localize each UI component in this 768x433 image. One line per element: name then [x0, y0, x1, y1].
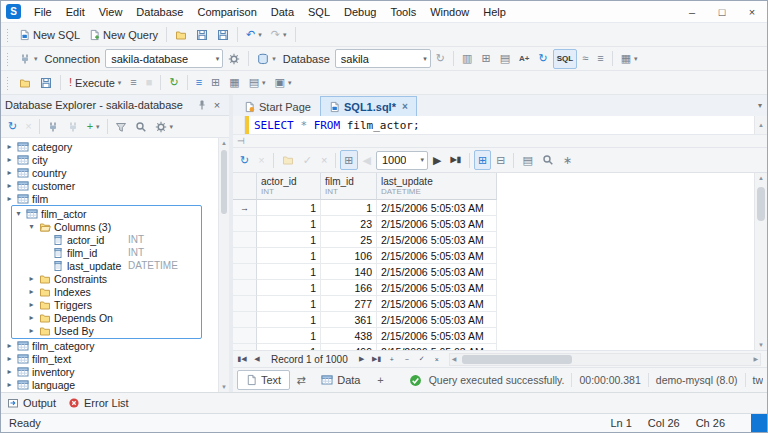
- row-header[interactable]: [233, 248, 257, 264]
- row-header[interactable]: [233, 280, 257, 296]
- grid-hscrollbar[interactable]: ◀▶: [449, 353, 761, 366]
- scroll-up-icon[interactable]: ▲: [758, 173, 764, 183]
- tab-start-page[interactable]: Start Page: [235, 96, 320, 116]
- refresh-databases-button[interactable]: ↻: [432, 49, 449, 69]
- collapse-results-icon[interactable]: ⊣: [237, 136, 245, 146]
- refresh-button[interactable]: ↻: [534, 49, 551, 69]
- menu-help[interactable]: Help: [476, 1, 513, 23]
- grid-cell[interactable]: 2/15/2006 5:05:03 AM: [377, 296, 497, 312]
- find-data-button[interactable]: [538, 150, 558, 170]
- grid-cell[interactable]: 2/15/2006 5:05:03 AM: [377, 280, 497, 296]
- menu-file[interactable]: File: [27, 1, 59, 23]
- tree-item-indexes[interactable]: ▸Indexes: [12, 285, 201, 298]
- grid-cell[interactable]: 438: [321, 328, 377, 344]
- scrollbar-thumb[interactable]: [757, 187, 765, 221]
- grid-cell[interactable]: 2/15/2006 5:05:03 AM: [377, 200, 497, 216]
- connection-combo[interactable]: sakila-database▾: [105, 49, 223, 68]
- menu-comparison[interactable]: Comparison: [190, 1, 263, 23]
- new-query-button[interactable]: New Query: [85, 25, 162, 45]
- close-button[interactable]: ×: [737, 1, 767, 22]
- expand-arrow[interactable]: ▾: [14, 209, 23, 218]
- row-header[interactable]: [233, 216, 257, 232]
- scroll-down-icon[interactable]: ▼: [221, 382, 227, 392]
- grid-cell[interactable]: 1: [257, 200, 321, 216]
- scroll-up-icon[interactable]: ▲: [221, 138, 227, 148]
- current-row-indicator[interactable]: →: [233, 200, 257, 216]
- grid-cell[interactable]: 2/15/2006 5:05:03 AM: [377, 216, 497, 232]
- new-database-button[interactable]: ▾: [253, 49, 280, 69]
- tree-item-film-actor[interactable]: ▾film_actor: [12, 207, 201, 220]
- grid-cell[interactable]: 1: [257, 248, 321, 264]
- tab-sql1[interactable]: SQL1.sql*×: [320, 96, 417, 116]
- expand-arrow[interactable]: ▸: [5, 181, 14, 190]
- tree-item-film-text[interactable]: ▸film_text: [1, 352, 218, 365]
- menu-window[interactable]: Window: [423, 1, 476, 23]
- grid-cell[interactable]: 166: [321, 280, 377, 296]
- column-header-film-id[interactable]: film_idINT: [321, 173, 377, 200]
- editor-scrollbar[interactable]: ▲: [754, 116, 767, 134]
- tree-item-film-id[interactable]: film_idINT: [12, 246, 201, 259]
- new-sql-button[interactable]: New SQL: [15, 25, 84, 45]
- tree-item-depends-on[interactable]: ▸Depends On: [12, 311, 201, 324]
- expand-arrow[interactable]: ▸: [5, 367, 14, 376]
- swap-views-button[interactable]: ⇄: [292, 374, 310, 387]
- reconnect-button[interactable]: ↻: [165, 73, 182, 93]
- grid-cell[interactable]: 361: [321, 312, 377, 328]
- menu-data[interactable]: Data: [264, 1, 301, 23]
- grid-view-button[interactable]: ⊞: [474, 150, 491, 170]
- sql-view-toggle[interactable]: SQL: [553, 49, 577, 69]
- open-script-button[interactable]: [15, 73, 35, 93]
- column-chooser-button[interactable]: ▤: [518, 150, 536, 170]
- word-wrap-button[interactable]: ≈: [578, 49, 592, 69]
- expand-arrow[interactable]: ▾: [27, 222, 36, 231]
- next-page-button[interactable]: ▶: [429, 150, 445, 170]
- menu-debug[interactable]: Debug: [337, 1, 383, 23]
- expand-arrow[interactable]: ▸: [27, 287, 36, 296]
- execute-options-button[interactable]: ≡: [126, 73, 140, 93]
- grid-cell[interactable]: 25: [321, 232, 377, 248]
- minimize-button[interactable]: –: [677, 1, 707, 22]
- tree-item-triggers[interactable]: ▸Triggers: [12, 298, 201, 311]
- first-record-button[interactable]: ▮◀: [235, 352, 249, 366]
- expand-arrow[interactable]: ▸: [27, 300, 36, 309]
- grid-cell[interactable]: 2/15/2006 5:05:03 AM: [377, 232, 497, 248]
- output-button[interactable]: Output: [7, 393, 56, 413]
- tree-item-customer[interactable]: ▸customer: [1, 179, 218, 192]
- toolbar-grip[interactable]: [6, 28, 10, 42]
- database-combo[interactable]: sakila▾: [335, 49, 431, 68]
- delete-record-button[interactable]: −: [400, 352, 414, 366]
- grid-cell[interactable]: 1: [257, 280, 321, 296]
- apply-changes-button[interactable]: ✓: [299, 150, 316, 170]
- query-profiler-button[interactable]: ▥: [458, 49, 476, 69]
- last-page-button[interactable]: ▶▮: [446, 150, 465, 170]
- grid-cell[interactable]: 106: [321, 248, 377, 264]
- tab-overflow-icon[interactable]: ▾: [758, 101, 762, 110]
- save-all-button[interactable]: [213, 25, 233, 45]
- sql-statement[interactable]: SELECT * FROM film_actor;: [249, 119, 420, 132]
- format-sql-button[interactable]: ≡: [192, 73, 206, 93]
- expand-arrow[interactable]: ▸: [5, 155, 14, 164]
- grid-cell[interactable]: 1: [257, 296, 321, 312]
- undo-button[interactable]: ↶▾: [242, 25, 266, 45]
- tree-item-used-by[interactable]: ▸Used By: [12, 324, 201, 337]
- expand-arrow[interactable]: ▸: [5, 194, 14, 203]
- execute-button[interactable]: !Execute▾: [65, 73, 125, 93]
- redo-button[interactable]: ↷▾: [267, 25, 291, 45]
- card-view-button[interactable]: ⊟: [492, 150, 509, 170]
- search-objects-button[interactable]: [131, 117, 151, 137]
- refresh-data-button[interactable]: ↻: [236, 150, 253, 170]
- grid-cell[interactable]: 2/15/2006 5:05:03 AM: [377, 248, 497, 264]
- menu-edit[interactable]: Edit: [59, 1, 92, 23]
- new-connection-button[interactable]: ▾: [15, 49, 42, 69]
- new-window-button[interactable]: ▣▾: [271, 73, 296, 93]
- tree-item-inventory[interactable]: ▸inventory: [1, 365, 218, 378]
- prev-page-button[interactable]: ◀: [359, 150, 375, 170]
- tree-item-category[interactable]: ▸category: [1, 140, 218, 153]
- tree-item-columns-3[interactable]: ▾Columns (3): [12, 220, 201, 233]
- tree-item-country[interactable]: ▸country: [1, 166, 218, 179]
- snippets-button[interactable]: ⊞: [207, 73, 224, 93]
- toolbar-grip[interactable]: [6, 52, 10, 66]
- stop-refresh-button[interactable]: ×: [21, 117, 35, 137]
- aggregate-button[interactable]: A+: [515, 49, 533, 69]
- tree-item-last-update[interactable]: last_updateDATETIME: [12, 259, 201, 272]
